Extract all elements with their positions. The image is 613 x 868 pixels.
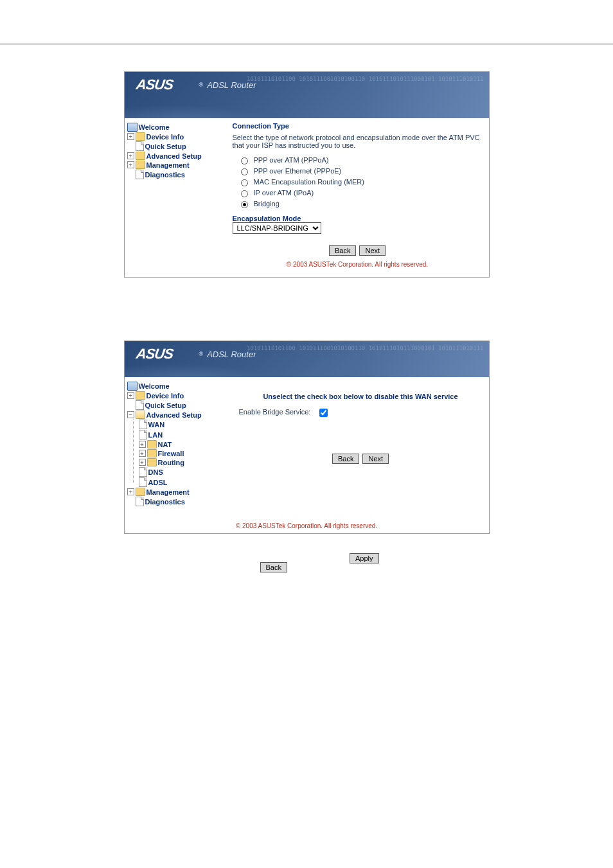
next-button[interactable]: Next <box>362 454 389 464</box>
nav-quick-setup[interactable]: Quick Setup <box>145 143 186 150</box>
root-icon <box>127 123 138 132</box>
back-button[interactable]: Back <box>329 245 356 256</box>
header-binary-pattern: 10101110101100 1010111001010100110 10101… <box>247 76 483 83</box>
radio-pppoe[interactable] <box>241 168 248 175</box>
nav-advanced-setup[interactable]: Advanced Setup <box>147 152 202 160</box>
option-label: Bridging <box>254 200 280 208</box>
folder-icon <box>147 458 157 466</box>
page-icon <box>136 400 144 410</box>
folder-icon <box>136 488 145 496</box>
nav-wan[interactable]: WAN <box>148 421 165 429</box>
nav-management[interactable]: Management <box>147 488 190 496</box>
option-ipoa[interactable]: IP over ATM (IPoA) <box>238 188 483 197</box>
nav-nat[interactable]: NAT <box>158 441 172 448</box>
router-panel-enable-bridge: ASUS ® ADSL Router 10101110101100 101011… <box>124 341 490 534</box>
expand-icon[interactable]: + <box>139 441 146 448</box>
panel-header: ASUS ® ADSL Router 10101110101100 101011… <box>125 341 489 377</box>
copyright-text: © 2003 ASUSTek Corporation. All rights r… <box>125 511 489 533</box>
collapse-icon[interactable]: − <box>127 411 134 418</box>
expand-icon[interactable]: + <box>127 152 134 159</box>
radio-ipoa[interactable] <box>241 190 248 197</box>
next-button[interactable]: Next <box>359 245 386 256</box>
expand-icon[interactable]: + <box>127 488 134 495</box>
folder-icon <box>136 152 145 160</box>
section-description: Select the type of network protocol and … <box>233 134 483 149</box>
connection-type-options: PPP over ATM (PPPoA) PPP over Ethernet (… <box>238 155 483 208</box>
option-label: PPP over Ethernet (PPPoE) <box>254 167 342 175</box>
expand-icon[interactable]: + <box>139 459 146 466</box>
nav-advanced-setup[interactable]: Advanced Setup <box>147 411 202 419</box>
nav-lan[interactable]: LAN <box>148 431 163 439</box>
folder-icon <box>136 132 145 141</box>
expand-icon[interactable]: + <box>127 161 134 168</box>
content-pane: Unselect the check box below to disable … <box>233 377 489 511</box>
root-icon <box>127 382 138 391</box>
option-label: MAC Encapsulation Routing (MER) <box>254 178 364 186</box>
button-row: Back Next <box>239 454 483 464</box>
bridge-service-checkbox[interactable] <box>319 409 328 417</box>
apply-button[interactable]: Apply <box>350 553 379 563</box>
brand-reg: ® <box>199 82 204 88</box>
page-icon <box>136 497 144 506</box>
nav-tree: Welcome +Device Info Quick Setup −Advanc… <box>125 377 233 511</box>
brand-logo: ASUS ® ADSL Router <box>136 348 256 360</box>
radio-pppoa[interactable] <box>241 157 248 164</box>
page-top-rule <box>0 0 613 44</box>
brand-name: ASUS <box>135 76 174 93</box>
nav-diagnostics[interactable]: Diagnostics <box>145 498 185 506</box>
nav-quick-setup[interactable]: Quick Setup <box>145 402 186 409</box>
back-button[interactable]: Back <box>332 454 359 464</box>
page-icon <box>139 477 147 487</box>
back-button[interactable]: Back <box>260 562 287 572</box>
page-icon <box>139 420 147 429</box>
page-icon <box>139 467 147 477</box>
nav-tree: Welcome +Device Info Quick Setup +Advanc… <box>125 118 226 277</box>
router-panel-connection-type: ASUS ® ADSL Router 10101110101100 101011… <box>124 71 490 278</box>
encapsulation-title: Encapsulation Mode <box>233 215 483 222</box>
nav-management[interactable]: Management <box>147 161 190 169</box>
option-pppoe[interactable]: PPP over Ethernet (PPPoE) <box>238 166 483 175</box>
nav-firewall[interactable]: Firewall <box>158 450 184 457</box>
page-icon <box>136 170 144 179</box>
folder-icon <box>147 449 157 457</box>
nav-dns[interactable]: DNS <box>148 468 163 476</box>
option-label: PPP over ATM (PPPoA) <box>254 156 329 164</box>
nav-diagnostics[interactable]: Diagnostics <box>145 171 185 179</box>
nav-device-info[interactable]: Device Info <box>147 392 184 400</box>
folder-icon <box>136 161 145 169</box>
nav-adsl[interactable]: ADSL <box>148 479 168 486</box>
encapsulation-select[interactable]: LLC/SNAP-BRIDGING <box>233 222 321 234</box>
expand-icon[interactable]: + <box>139 450 146 457</box>
radio-mer[interactable] <box>241 179 248 186</box>
folder-icon <box>136 391 145 400</box>
header-binary-pattern: 10101110101100 1010111001010100110 10101… <box>247 345 483 352</box>
radio-bridging[interactable] <box>241 201 248 208</box>
folder-open-icon <box>136 411 145 419</box>
page-icon <box>139 430 147 439</box>
page-icon <box>136 141 144 151</box>
option-mer[interactable]: MAC Encapsulation Routing (MER) <box>238 177 483 186</box>
expand-icon[interactable]: + <box>127 392 134 399</box>
option-label: IP over ATM (IPoA) <box>254 189 314 197</box>
nav-routing[interactable]: Routing <box>158 459 185 466</box>
standalone-buttons: Apply Back <box>125 553 489 572</box>
header-swoosh-graphic <box>125 94 292 118</box>
button-row: Back Next <box>233 245 483 256</box>
option-pppoa[interactable]: PPP over ATM (PPPoA) <box>238 155 483 164</box>
bridge-service-row: Enable Bridge Service: <box>239 407 483 419</box>
nav-welcome[interactable]: Welcome <box>139 123 170 131</box>
brand-name: ASUS <box>135 346 174 362</box>
nav-welcome[interactable]: Welcome <box>139 382 170 390</box>
panel-header: ASUS ® ADSL Router 10101110101100 101011… <box>125 72 489 118</box>
option-bridging[interactable]: Bridging <box>238 199 483 208</box>
expand-icon[interactable]: + <box>127 133 134 140</box>
content-pane: Connection Type Select the type of netwo… <box>226 118 489 277</box>
bridge-service-label: Enable Bridge Service: <box>239 408 311 416</box>
instruction-text: Unselect the check box below to disable … <box>239 393 483 400</box>
brand-logo: ASUS ® ADSL Router <box>136 78 256 91</box>
section-title: Connection Type <box>233 122 483 130</box>
folder-icon <box>147 440 157 448</box>
copyright-text: © 2003 ASUSTek Corporation. All rights r… <box>233 261 483 268</box>
brand-reg: ® <box>199 351 204 357</box>
nav-device-info[interactable]: Device Info <box>147 133 184 141</box>
